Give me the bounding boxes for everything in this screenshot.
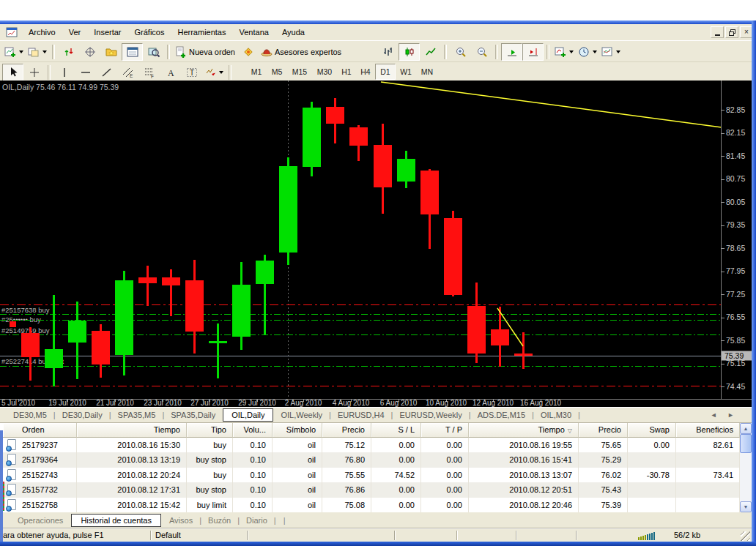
menu-archivo[interactable]: Archivo xyxy=(22,26,62,39)
column-header-tiempo-1[interactable]: Tiempo xyxy=(77,423,187,438)
chart-shift-button[interactable] xyxy=(522,43,544,61)
cell: buy stop xyxy=(187,482,233,497)
chart-tab-oil-daily[interactable]: OIL,Daily xyxy=(223,408,273,422)
cell: 0.10 xyxy=(233,498,273,512)
timeframe-h4[interactable]: H4 xyxy=(356,64,375,80)
zoom-out-button[interactable] xyxy=(471,43,492,61)
scroll-down-button[interactable]: ▼ xyxy=(740,501,752,512)
restore-button[interactable] xyxy=(725,26,738,38)
horizontal-line-button[interactable] xyxy=(75,64,96,81)
timeframe-m5[interactable]: M5 xyxy=(267,64,287,80)
terminal-tab-avisos[interactable]: Avisos xyxy=(166,516,196,525)
menu-ventana[interactable]: Ventana xyxy=(233,26,275,39)
menu-herramientas[interactable]: Herramientas xyxy=(171,26,232,39)
tab-scroll-arrows[interactable]: ◄ ► xyxy=(711,411,738,419)
profiles-button[interactable] xyxy=(26,43,49,61)
auto-scroll-button[interactable] xyxy=(501,43,522,61)
history-row-25179364[interactable]: 251793642010.08.13 13:19buy stop0.10oil7… xyxy=(3,452,740,467)
periods-button[interactable] xyxy=(576,43,599,61)
scroll-up-button[interactable]: ▲ xyxy=(740,423,752,434)
text-button[interactable]: A xyxy=(160,64,181,81)
history-row-25179237[interactable]: 251792372010.08.16 15:30buy0.10oil75.120… xyxy=(3,438,740,452)
column-header-smbolo-4[interactable]: Símbolo xyxy=(273,423,322,438)
cell: 76.02 xyxy=(579,468,628,482)
candlestick-chart[interactable]: #25157638 buy#25•••••• buy#25149759 buy#… xyxy=(0,81,756,407)
column-header-precio-5[interactable]: Precio xyxy=(322,423,371,438)
trendline-button[interactable] xyxy=(96,64,117,81)
date-tick-label: 27 Jul 2010 xyxy=(190,399,229,407)
history-row-25152743[interactable]: 251527432010.08.12 20:24buy0.10oil75.557… xyxy=(3,468,740,482)
metaeditor-button[interactable] xyxy=(237,43,259,61)
cell: buy xyxy=(187,438,233,452)
bar-chart-button[interactable] xyxy=(377,43,399,61)
column-header-tp-7[interactable]: T / P xyxy=(421,423,469,438)
column-header-sl-6[interactable]: S / L xyxy=(371,423,421,438)
terminal-button[interactable] xyxy=(122,43,143,61)
chart-tab-oil-m30[interactable]: OIL,M30 xyxy=(538,411,574,419)
chart-tab-oil-weekly[interactable]: OIL,Weekly xyxy=(278,411,325,419)
chart-tab-spa35-daily[interactable]: SPA35,Daily xyxy=(168,411,218,419)
date-tick-label: 23 Jul 2010 xyxy=(144,399,182,407)
menu-ayuda[interactable]: Ayuda xyxy=(275,26,311,39)
timeframe-m1[interactable]: M1 xyxy=(246,64,267,80)
chart-tab-spa35-m5[interactable]: SPA35,M5 xyxy=(115,411,159,419)
cell: 75.43 xyxy=(579,482,628,497)
chart-tab-eurusd-h4[interactable]: EURUSD,H4 xyxy=(335,411,388,419)
fibonacci-button[interactable]: F xyxy=(138,64,160,81)
chart-tab-de30-daily[interactable]: DE30,Daily xyxy=(59,411,105,419)
data-window-button[interactable] xyxy=(79,43,100,61)
strategy-tester-icon xyxy=(148,46,160,58)
chart-tab-ads-de-m15[interactable]: ADS.DE,M15 xyxy=(475,411,528,419)
timeframe-h1[interactable]: H1 xyxy=(337,64,356,80)
arrow-tools-button[interactable] xyxy=(202,64,226,81)
timeframe-m15[interactable]: M15 xyxy=(287,64,312,80)
timeframe-d1[interactable]: D1 xyxy=(375,64,396,80)
equidistant-channel-button[interactable]: E xyxy=(117,64,138,81)
chart-tab-de30-m5[interactable]: DE30,M5 xyxy=(10,411,50,419)
indicators-button[interactable] xyxy=(552,43,576,61)
text-label-button[interactable]: T xyxy=(181,64,202,81)
terminal-tab-operaciones[interactable]: Operaciones xyxy=(15,516,66,525)
minimize-button[interactable] xyxy=(711,26,724,38)
candlestick-chart-button[interactable] xyxy=(399,43,420,61)
strategy-tester-button[interactable] xyxy=(143,43,164,61)
column-header-precio-9[interactable]: Precio xyxy=(579,423,628,438)
resize-grip[interactable] xyxy=(741,531,750,541)
cell: 25157732 xyxy=(3,482,77,497)
line-chart-button[interactable] xyxy=(420,43,441,61)
terminal-tab-diario[interactable]: Diario xyxy=(243,516,270,525)
menu-graficos[interactable]: Gráficos xyxy=(128,26,171,39)
new-chart-button[interactable] xyxy=(2,43,26,61)
timeframe-m30[interactable]: M30 xyxy=(312,64,337,80)
history-row-25152758[interactable]: 251527582010.08.12 15:42buy limit0.10oil… xyxy=(3,498,740,512)
menu-insertar[interactable]: Insertar xyxy=(87,26,127,39)
zoom-in-button[interactable] xyxy=(450,43,471,61)
column-header-swap-10[interactable]: Swap xyxy=(628,423,676,438)
history-row-25157732[interactable]: 251577322010.08.12 17:31buy stop0.10oil7… xyxy=(3,482,740,497)
timeframe-w1[interactable]: W1 xyxy=(396,64,416,80)
status-profile[interactable]: Default xyxy=(155,531,181,539)
candle-body xyxy=(491,329,509,345)
crosshair-button[interactable] xyxy=(23,64,45,81)
market-watch-button[interactable] xyxy=(58,43,79,61)
cell: 25179364 xyxy=(3,452,77,467)
table-scrollbar[interactable]: ▲ ▼ xyxy=(740,423,752,512)
column-header-orden-0[interactable]: Orden xyxy=(3,423,77,438)
column-header-tiempo-8[interactable]: Tiempo▽ xyxy=(469,423,579,438)
terminal-tab-buz-n[interactable]: Buzón xyxy=(205,516,234,525)
scrollbar-thumb[interactable] xyxy=(740,434,752,453)
vertical-line-button[interactable] xyxy=(53,64,75,81)
column-header-volu-3[interactable]: Volu... xyxy=(233,423,273,438)
navigator-button[interactable] xyxy=(100,43,122,61)
chart-area[interactable]: #25157638 buy#25•••••• buy#25149759 buy#… xyxy=(0,81,756,407)
templates-button[interactable] xyxy=(599,43,623,61)
menu-ver[interactable]: Ver xyxy=(62,26,88,39)
chart-tab-eurusd-weekly[interactable]: EURUSD,Weekly xyxy=(396,411,464,419)
cursor-button[interactable] xyxy=(2,64,23,81)
terminal-tab-historial-de-cuentas[interactable]: Historial de cuentas xyxy=(71,514,161,527)
new-order-button[interactable]: Nueva orden xyxy=(173,43,237,61)
column-header-tipo-2[interactable]: Tipo xyxy=(187,423,233,438)
timeframe-mn[interactable]: MN xyxy=(416,64,438,80)
column-header-beneficios-11[interactable]: Beneficios xyxy=(676,423,740,438)
expert-advisors-button[interactable]: Asesores expertos xyxy=(259,43,344,61)
